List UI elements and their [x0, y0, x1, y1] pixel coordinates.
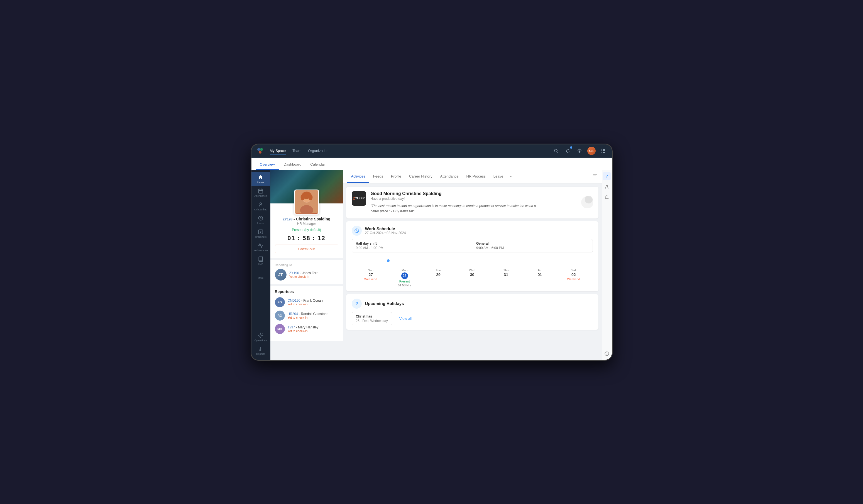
profile-id: ZY198 [283, 217, 292, 221]
reportee-info-2: HR204 - Randall Gladstone Yet to check-i… [288, 312, 329, 319]
notification-icon[interactable] [564, 147, 572, 155]
quote-text: "The best reason to start an organizatio… [371, 204, 538, 214]
scroll-area: ZY198 - Christine Spalding HR Manager Pr… [271, 170, 612, 360]
settings-icon[interactable] [576, 147, 584, 155]
right-icon-person[interactable] [603, 183, 611, 191]
sidebar-label-more: More [258, 276, 264, 280]
grid-menu-icon[interactable] [600, 147, 608, 155]
profile-panel: ZY198 - Christine Spalding HR Manager Pr… [271, 170, 343, 360]
holiday-name-1: Christmas [356, 314, 388, 318]
sidebar-item-home[interactable]: Home [251, 172, 270, 186]
profile-avatar [294, 190, 319, 215]
shift-name-1: Half day shift [356, 242, 468, 245]
timer-hours: 01 [287, 235, 295, 242]
filter-icon[interactable] [592, 173, 597, 180]
svg-point-7 [260, 203, 262, 205]
sidebar-item-leave[interactable]: Leave [251, 213, 270, 227]
sidebar-item-reports[interactable]: Reports [251, 344, 270, 358]
tab-activities[interactable]: Activities [347, 170, 369, 183]
right-icon-help[interactable]: ? [603, 172, 611, 180]
svg-point-25 [606, 185, 608, 187]
reportee-id-2: HR204 [288, 312, 298, 316]
work-schedule-card: Work Schedule 27-Oct-2024 • 02-Nov-2024 … [346, 221, 598, 292]
work-schedule-icon [352, 226, 362, 236]
tab-attendance[interactable]: Attendance [436, 170, 463, 183]
day-num-wed: 30 [470, 272, 475, 277]
week-day-tue: Tue 29 [430, 262, 447, 287]
reportee-avatar-3: MH [275, 324, 285, 334]
holidays-icon [352, 299, 362, 309]
view-all-link[interactable]: View all [399, 316, 412, 321]
sidebar-item-more[interactable]: ··· More [251, 268, 270, 282]
sidebar-label-lms: LMS [258, 263, 263, 266]
right-sidebar: ? [602, 170, 612, 360]
shift-time-1: 9:00 AM - 1:00 PM [356, 246, 468, 250]
status-badge: Present (by default) [275, 228, 338, 232]
holidays-card: Upcoming Holidays Christmas 25 - Dec, We… [346, 294, 598, 330]
reportee-status-1: Yet to check-in [288, 302, 323, 306]
nav-team[interactable]: Team [292, 147, 301, 154]
tab-profile[interactable]: Profile [387, 170, 405, 183]
profile-fullname: Christine Spalding [296, 217, 330, 221]
timer-seconds: 12 [317, 235, 325, 242]
week-day-thu: Thu 31 [498, 262, 514, 287]
reporting-id: ZY190 [289, 271, 299, 275]
week-day-fri: Fri 01 [531, 262, 548, 287]
day-label-tue: Tue [436, 269, 441, 272]
reporting-to-card: Reporting To JT ZY190 - Jones Terri [271, 260, 343, 284]
tab-career-history[interactable]: Career History [405, 170, 436, 183]
timer-sep1: : [298, 235, 302, 242]
day-label-sun: Sun [368, 269, 373, 272]
holiday-item-1: Christmas 25 - Dec, Wednesday [352, 312, 392, 325]
sidebar-item-lms[interactable]: LMS [251, 254, 270, 268]
right-icon-question[interactable]: ? [603, 350, 611, 358]
tab-calendar[interactable]: Calendar [306, 159, 329, 170]
sidebar-label-performance: Performance [253, 249, 268, 252]
nav-organization[interactable]: Organization [308, 147, 329, 154]
holidays-header: Upcoming Holidays [352, 299, 593, 309]
holidays-title: Upcoming Holidays [365, 301, 404, 306]
tab-hr-process[interactable]: HR Process [462, 170, 489, 183]
checkout-button[interactable]: Check-out [275, 245, 338, 253]
tab-leave[interactable]: Leave [490, 170, 507, 183]
search-icon[interactable] [552, 147, 560, 155]
tab-dashboard[interactable]: Dashboard [280, 159, 305, 170]
notification-badge [570, 146, 572, 148]
week-timeline: Sun 27 Weekend Mon 28 Present [352, 256, 593, 287]
holidays-content: Christmas 25 - Dec, Wednesday View all [352, 312, 593, 325]
more-tabs-icon[interactable]: ··· [507, 174, 516, 179]
sidebar-item-performance[interactable]: Performance [251, 241, 270, 254]
sidebar-item-operations[interactable]: Operations [251, 330, 270, 344]
reportee-name-2: HR204 - Randall Gladstone [288, 312, 329, 316]
shift-name-2: General [476, 242, 589, 245]
content-area: ZY198 - Christine Spalding HR Manager Pr… [271, 170, 612, 360]
greeting-right [571, 191, 593, 209]
user-avatar[interactable]: CS [587, 147, 596, 155]
right-icon-bell[interactable] [603, 193, 611, 201]
timer-display: 01 : 58 : 12 [275, 235, 338, 242]
svg-point-10 [260, 335, 262, 336]
sidebar-item-attendance[interactable]: Attendance [251, 186, 270, 199]
reportees-card: Reportees FO CND190 - Frank [271, 286, 343, 341]
reporting-status: Yet to check-in [289, 275, 318, 278]
day-num-sat: 02 [572, 272, 576, 277]
profile-card: ZY198 - Christine Spalding HR Manager Pr… [271, 204, 343, 258]
svg-point-16 [300, 194, 305, 200]
nav-myspace[interactable]: My Space [270, 147, 286, 154]
week-day-sun: Sun 27 Weekend [362, 262, 379, 287]
greeting-name: Good Morning Christine Spalding [371, 191, 566, 196]
app-logo[interactable] [256, 147, 264, 155]
sidebar-item-timesheet[interactable]: Timesheet [251, 227, 270, 241]
greeting-sub: Have a productive day! [371, 197, 566, 201]
main-content: Home Attendance Onboarding [251, 170, 612, 360]
tab-feeds[interactable]: Feeds [369, 170, 387, 183]
profile-title: HR Manager [275, 222, 338, 226]
profile-name-text: - [293, 217, 296, 221]
svg-point-5 [579, 150, 580, 152]
reportees-title: Reportees [275, 289, 338, 294]
tab-overview[interactable]: Overview [256, 159, 279, 170]
reporting-avatar: JT [275, 269, 287, 281]
sidebar-item-onboarding[interactable]: Onboarding [251, 199, 270, 213]
svg-point-22 [585, 196, 592, 204]
profile-name: ZY198 - Christine Spalding [275, 217, 338, 221]
